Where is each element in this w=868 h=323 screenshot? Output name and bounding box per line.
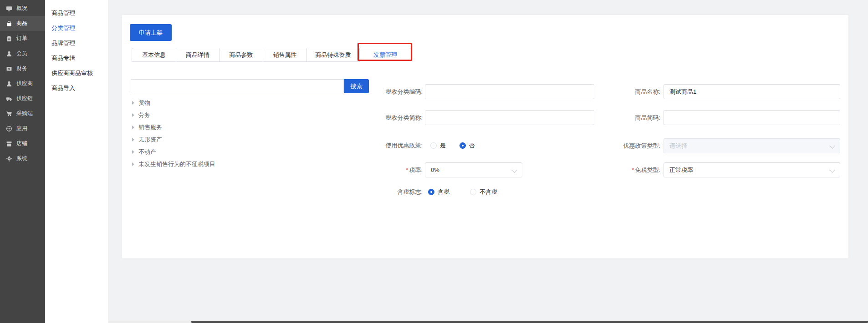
apps-icon: [6, 126, 12, 132]
product-short-code-label: 商品简码:: [597, 110, 660, 125]
tree-item-non-taxable-items[interactable]: 未发生销售行为的不征税项目: [132, 158, 215, 170]
sidebar-item-label: 供应商: [16, 80, 33, 87]
sidebar-item-apps[interactable]: 应用: [0, 121, 45, 136]
primary-sidebar: 概况 商品 订单 会员 财务 供应商 供应链 采购端 应用 店铺 系统: [0, 0, 45, 323]
sidebar-item-label: 订单: [16, 35, 27, 42]
tax-short-name-input[interactable]: [425, 110, 594, 125]
tab-sale-attrs[interactable]: 销售属性: [263, 48, 307, 62]
tab-product-detail[interactable]: 商品详情: [176, 48, 220, 62]
sidebar-item-label: 采购端: [16, 110, 33, 117]
required-asterisk: *: [632, 167, 634, 173]
system-gear-icon: [6, 156, 12, 162]
required-asterisk: *: [406, 167, 408, 173]
sidebar-item-label: 系统: [16, 155, 27, 162]
tax-free-type-select[interactable]: 正常税率: [664, 162, 840, 177]
radio-option-tax-included[interactable]: 含税: [428, 188, 449, 196]
tree-item-label: 未发生销售行为的不征税项目: [138, 160, 215, 168]
radio-option-tax-excluded[interactable]: 不含税: [470, 188, 497, 196]
sidebar-item-system[interactable]: 系统: [0, 151, 45, 166]
tab-bar: 基本信息商品详情商品参数销售属性商品特殊资质发票管理: [132, 48, 411, 62]
tax-rate-select[interactable]: 0%: [425, 162, 522, 177]
submenu-item-product-import[interactable]: 商品导入: [45, 81, 108, 96]
caret-right-icon: [132, 138, 134, 141]
use-preferential-policy-radio-group: 是 否: [430, 141, 475, 150]
tab-invoice-management[interactable]: 发票管理: [360, 48, 411, 62]
radio-option-label: 含税: [438, 188, 449, 196]
tax-rate-label: *税率:: [359, 162, 423, 177]
select-value: 正常税率: [664, 163, 840, 177]
sidebar-item-supplier[interactable]: 供应商: [0, 76, 45, 91]
member-person-icon: [6, 50, 12, 57]
finance-card-icon: [6, 66, 12, 72]
radio-circle-icon: [428, 189, 434, 195]
tree-item-label: 无形资产: [138, 136, 162, 144]
sidebar-item-procurement[interactable]: 采购端: [0, 106, 45, 121]
app-root: { "colors": { "primary_blue": "#2262d9",…: [0, 0, 868, 323]
product-short-code-input[interactable]: [664, 110, 840, 125]
radio-circle-icon: [460, 142, 466, 149]
tab-special-qualification[interactable]: 商品特殊资质: [307, 48, 360, 62]
product-name-label: 商品名称:: [597, 84, 660, 99]
horizontal-scrollbar-thumb[interactable]: [191, 321, 868, 323]
sidebar-item-shop[interactable]: 店铺: [0, 136, 45, 151]
submenu-item-brand-management[interactable]: 品牌管理: [45, 35, 108, 50]
tax-code-label: 税收分类编码:: [359, 84, 423, 99]
submenu-item-supplier-product-audit[interactable]: 供应商商品审核: [45, 66, 108, 81]
caret-right-icon: [132, 126, 134, 129]
tax-included-flag-radio-group: 含税 不含税: [428, 187, 497, 197]
tree-item-goods[interactable]: 货物: [132, 96, 150, 109]
tax-included-flag-label: 含税标志:: [359, 187, 423, 197]
sidebar-item-finance[interactable]: 财务: [0, 61, 45, 76]
secondary-sidebar: 商品管理分类管理品牌管理商品专辑供应商商品审核商品导入: [45, 0, 108, 323]
radio-circle-icon: [430, 142, 437, 149]
radio-option-label: 是: [440, 141, 446, 150]
sidebar-item-label: 商品: [16, 20, 27, 27]
caret-right-icon: [132, 162, 134, 166]
tree-item-label: 劳务: [138, 111, 150, 119]
sidebar-item-label: 应用: [16, 125, 27, 132]
tax-code-input[interactable]: [425, 84, 594, 99]
submenu-item-category-management[interactable]: 分类管理: [45, 20, 108, 35]
preferential-policy-type-label: 优惠政策类型:: [597, 138, 660, 153]
supply-chain-truck-icon: [6, 96, 12, 102]
caret-right-icon: [132, 113, 134, 117]
tree-item-intangible-assets[interactable]: 无形资产: [132, 133, 162, 146]
main-card: 申请上架 基本信息商品详情商品参数销售属性商品特殊资质发票管理 搜索 货物 劳务…: [122, 15, 848, 258]
sidebar-item-overview[interactable]: 概况: [0, 1, 45, 16]
caret-right-icon: [132, 150, 134, 154]
tree-item-label: 不动产: [138, 148, 156, 156]
radio-option-yes[interactable]: 是: [430, 141, 446, 150]
monitor-icon: [6, 5, 12, 12]
sidebar-item-product[interactable]: 商品: [0, 16, 45, 31]
supplier-person-icon: [6, 81, 12, 87]
product-name-input[interactable]: [664, 84, 840, 99]
tab-product-params[interactable]: 商品参数: [220, 48, 263, 62]
caret-right-icon: [132, 101, 134, 105]
submenu-item-product-management[interactable]: 商品管理: [45, 5, 108, 20]
sidebar-item-label: 店铺: [16, 140, 27, 147]
bag-icon: [6, 20, 12, 27]
sidebar-item-member[interactable]: 会员: [0, 46, 45, 61]
tree-item-label: 销售服务: [138, 123, 162, 131]
submenu-item-product-album[interactable]: 商品专辑: [45, 50, 108, 66]
tree-item-labor[interactable]: 劳务: [132, 109, 150, 121]
apply-listing-button[interactable]: 申请上架: [130, 24, 172, 41]
use-preferential-policy-label: 使用优惠政策:: [359, 141, 423, 150]
tax-short-name-label: 税收分类简称:: [359, 110, 423, 125]
sidebar-item-label: 供应链: [16, 95, 33, 102]
sidebar-item-label: 会员: [16, 50, 27, 57]
order-clipboard-icon: [6, 35, 12, 42]
tax-free-type-label: *免税类型:: [597, 162, 660, 177]
sidebar-item-label: 财务: [16, 65, 27, 72]
select-placeholder: 请选择: [664, 139, 840, 153]
tax-category-search-input[interactable]: [131, 79, 344, 93]
content-area: 申请上架 基本信息商品详情商品参数销售属性商品特殊资质发票管理 搜索 货物 劳务…: [108, 0, 868, 323]
sidebar-item-supply-chain[interactable]: 供应链: [0, 91, 45, 106]
preferential-policy-type-select[interactable]: 请选择: [664, 138, 840, 153]
tree-item-real-estate[interactable]: 不动产: [132, 146, 156, 158]
sidebar-item-label: 概况: [16, 5, 27, 12]
radio-option-no[interactable]: 否: [460, 141, 475, 150]
tab-basic-info[interactable]: 基本信息: [132, 48, 176, 62]
sidebar-item-order[interactable]: 订单: [0, 31, 45, 46]
tree-item-sales-service[interactable]: 销售服务: [132, 121, 162, 133]
